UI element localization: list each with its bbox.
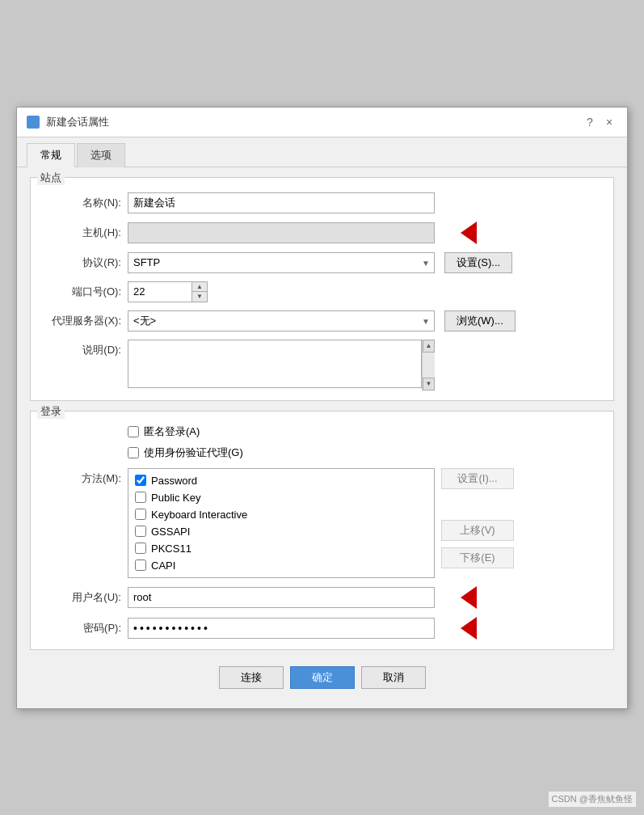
tab-general[interactable]: 常规 <box>27 143 75 167</box>
move-up-button[interactable]: 上移(V) <box>441 520 514 541</box>
description-input[interactable] <box>128 340 422 388</box>
scroll-up-arrow[interactable]: ▲ <box>423 340 435 353</box>
password-label: 密码(P): <box>40 621 121 636</box>
watermark: CSDN @香焦鱿鱼怪 <box>549 792 636 807</box>
host-input[interactable] <box>128 222 435 243</box>
method-capi-label: CAPI <box>151 560 175 572</box>
cancel-button[interactable]: 取消 <box>361 666 426 689</box>
port-increment-button[interactable]: ▲ <box>192 282 207 292</box>
method-capi-checkbox[interactable] <box>135 560 146 571</box>
method-publickey-checkbox[interactable] <box>135 492 146 503</box>
agent-checkbox[interactable] <box>128 447 139 458</box>
username-row: 用户名(U): <box>40 586 604 609</box>
host-label: 主机(H): <box>40 226 121 240</box>
protocol-row: 协议(R): SFTP FTP SCP Telnet ▼ 设置(S)... <box>40 252 604 273</box>
port-input[interactable] <box>128 281 192 302</box>
username-arrow-indicator <box>444 586 477 609</box>
proxy-select[interactable]: <无> <box>128 310 435 331</box>
method-gssapi-label: GSSAPI <box>151 526 190 538</box>
password-arrow-indicator <box>444 617 477 640</box>
proxy-row: 代理服务器(X): <无> ▼ 浏览(W)... <box>40 310 604 331</box>
name-input[interactable] <box>128 192 435 213</box>
method-publickey-label: Public Key <box>151 492 200 504</box>
title-bar-left: 新建会话属性 <box>27 115 109 129</box>
proxy-browse-button[interactable]: 浏览(W)... <box>444 310 516 331</box>
description-scrollbar[interactable]: ▲ ▼ <box>422 340 435 391</box>
anon-label[interactable]: 匿名登录(A) <box>144 424 200 439</box>
tab-bar: 常规 选项 <box>17 137 627 167</box>
title-bar-controls: ? × <box>582 114 617 130</box>
username-input[interactable] <box>128 587 435 608</box>
description-label: 说明(D): <box>40 340 121 357</box>
help-button[interactable]: ? <box>582 114 598 130</box>
login-section: 登录 匿名登录(A) 使用身份验证代理(G) 方法(M): Passwor <box>30 411 614 650</box>
method-pkcs11: PKCS11 <box>128 540 434 557</box>
move-down-button[interactable]: 下移(E) <box>441 547 514 568</box>
method-gssapi-checkbox[interactable] <box>135 526 146 537</box>
method-row: 方法(M): Password Public Key K <box>40 468 604 578</box>
agent-label[interactable]: 使用身份验证代理(G) <box>144 446 243 460</box>
method-pkcs11-checkbox[interactable] <box>135 543 146 554</box>
host-row: 主机(H): <box>40 222 604 244</box>
protocol-settings-button[interactable]: 设置(S)... <box>444 252 512 273</box>
ok-button[interactable]: 确定 <box>290 666 355 689</box>
method-gssapi: GSSAPI <box>128 523 434 540</box>
tab-options[interactable]: 选项 <box>77 143 125 167</box>
description-row: 说明(D): ▲ ▼ <box>40 340 604 391</box>
port-wrapper: ▲ ▼ <box>128 281 208 302</box>
login-section-title: 登录 <box>37 404 65 419</box>
port-label: 端口号(O): <box>40 285 121 299</box>
close-button[interactable]: × <box>601 114 617 130</box>
method-list-wrapper: Password Public Key Keyboard Interactive <box>128 468 435 578</box>
protocol-label: 协议(R): <box>40 255 121 270</box>
title-bar: 新建会话属性 ? × <box>17 108 627 137</box>
name-label: 名称(N): <box>40 196 121 210</box>
method-pkcs11-label: PKCS11 <box>151 543 192 555</box>
method-password-label: Password <box>151 475 197 487</box>
password-input[interactable] <box>128 618 435 639</box>
app-icon <box>27 116 40 129</box>
method-keyboard: Keyboard Interactive <box>128 506 434 523</box>
password-row: 密码(P): <box>40 617 604 640</box>
host-arrow-indicator <box>444 222 477 244</box>
footer-buttons: 连接 确定 取消 <box>30 660 614 699</box>
method-password-checkbox[interactable] <box>135 475 146 486</box>
method-list: Password Public Key Keyboard Interactive <box>128 468 435 578</box>
port-decrement-button[interactable]: ▼ <box>192 292 207 302</box>
protocol-select[interactable]: SFTP FTP SCP Telnet <box>128 252 435 273</box>
anon-checkbox[interactable] <box>128 426 139 437</box>
dialog-title: 新建会话属性 <box>46 115 109 129</box>
method-capi: CAPI <box>128 557 434 574</box>
method-publickey: Public Key <box>128 489 434 506</box>
station-section-title: 站点 <box>37 171 65 185</box>
agent-row: 使用身份验证代理(G) <box>40 446 604 460</box>
method-settings-button[interactable]: 设置(I)... <box>441 468 514 489</box>
name-row: 名称(N): <box>40 192 604 213</box>
anon-row: 匿名登录(A) <box>40 424 604 439</box>
station-section: 站点 名称(N): 主机(H): 协议(R): SFTP FTP S <box>30 177 614 401</box>
method-controls: 设置(I)... 上移(V) 下移(E) <box>441 468 514 568</box>
proxy-label: 代理服务器(X): <box>40 314 121 328</box>
dialog: 新建会话属性 ? × 常规 选项 站点 名称(N): 主机(H): <box>16 107 628 709</box>
method-keyboard-checkbox[interactable] <box>135 509 146 520</box>
username-label: 用户名(U): <box>40 590 121 605</box>
connect-button[interactable]: 连接 <box>219 666 284 689</box>
scroll-down-arrow[interactable]: ▼ <box>423 378 435 391</box>
port-row: 端口号(O): ▲ ▼ <box>40 281 604 302</box>
method-password: Password <box>128 472 434 489</box>
port-spinner: ▲ ▼ <box>192 281 208 302</box>
method-label: 方法(M): <box>40 468 121 486</box>
method-keyboard-label: Keyboard Interactive <box>151 509 247 521</box>
dialog-body: 站点 名称(N): 主机(H): 协议(R): SFTP FTP S <box>17 167 627 708</box>
